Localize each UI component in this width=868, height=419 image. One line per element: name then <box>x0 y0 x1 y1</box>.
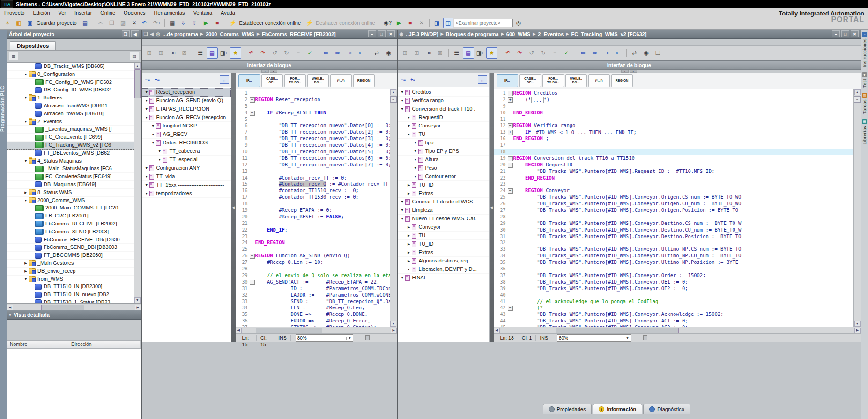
expand-all-regions-icon[interactable]: +≡ <box>409 76 417 83</box>
scroll-right-icon[interactable]: ▶ <box>854 328 861 333</box>
tree-item-db-envio-recep[interactable]: ▶DB_envio_recep <box>7 268 134 276</box>
fold-collapse-icon[interactable]: − <box>507 122 513 129</box>
network-sequence-icon[interactable]: ▤ <box>207 47 218 59</box>
tree-item-db-tt1510-in-nuevo-db2[interactable]: DB_TT1510_IN_nuevo [DB2 <box>7 291 134 299</box>
snippet-while[interactable]: WHILE.. DO... <box>307 74 329 87</box>
region-item-requestid[interactable]: ▼RequestID <box>398 113 489 122</box>
block-interface-bar[interactable]: Interfaz de bloque <box>398 60 861 70</box>
tree-item-eventos-maquinas-wms-f[interactable]: _Eventos_maquinas_WMS [F <box>7 126 134 134</box>
tree-item-fbcomms-receive-dbi-db30[interactable]: FbComms_RECEIVE_DBi [DB30 <box>7 236 134 244</box>
region-item-temporizadores[interactable]: ▼temporizadores <box>142 189 231 198</box>
expanded-arrow-icon[interactable]: ▼ <box>400 97 405 105</box>
scroll-left-icon[interactable]: ◀ <box>236 328 242 333</box>
outline-splitter[interactable]: ◀ <box>490 73 494 342</box>
region-item-generar-tt-desde-el-wcs[interactable]: ▼Generar TT desde el WCS <box>398 198 489 206</box>
expanded-arrow-icon[interactable]: ▼ <box>150 130 156 138</box>
snippet-for[interactable]: FOR... TO DO.. <box>542 74 564 87</box>
breadcrumb-item-2000-comms-wms[interactable]: 2000_Comms_WMS <box>206 31 254 37</box>
tree-item-db-tracks-wms-db605[interactable]: DB_Tracks_WMS [DB605] <box>7 63 134 71</box>
print-icon[interactable]: ▤ <box>80 18 90 28</box>
pin-icon[interactable]: ◎ <box>156 31 160 37</box>
region-item-etapas-recepcion[interactable]: ▼ETAPAS_RECEPCION <box>142 105 231 113</box>
region-item-configuracion-any[interactable]: ▼Configuracion ANY <box>142 164 231 172</box>
menu-herramientas[interactable]: Herramientas <box>150 9 189 16</box>
scroll-down-icon[interactable]: ▼ <box>854 321 861 327</box>
region-item-altura[interactable]: ▼Altura <box>398 156 489 164</box>
update-block-icon[interactable]: ⇄ <box>629 47 640 59</box>
zoom-select[interactable]: 80%▼ <box>557 334 631 342</box>
snippet-case[interactable]: CASE... OF... <box>519 74 541 87</box>
scroll-up-icon[interactable]: ▲ <box>854 89 861 95</box>
region-item-conversion-del-track-tt10[interactable]: ▼Conversion del track TT10 . <box>398 105 489 113</box>
absolute-operands-icon[interactable]: ☰ <box>451 47 462 59</box>
region-item-tipo[interactable]: ▼tipo <box>398 139 489 147</box>
outline-splitter[interactable]: ◀ <box>231 73 236 342</box>
tree-item-db-config-id-wms-db602[interactable]: DB_Config_ID_WMS [DB602 <box>7 86 134 94</box>
minimize-icon[interactable]: – <box>368 30 376 37</box>
slider-handle[interactable] <box>643 335 647 340</box>
insert-network-icon[interactable]: ⊞ <box>144 47 155 59</box>
tab-dispositivos[interactable]: Dispositivos <box>10 41 56 50</box>
delete-row-icon[interactable]: ⊠ <box>179 47 190 59</box>
close-icon[interactable]: ✕ <box>851 30 859 37</box>
expanded-arrow-icon[interactable]: ▼ <box>406 130 412 138</box>
goto-previous-icon[interactable]: ⇐ <box>578 47 589 59</box>
expanded-arrow-icon[interactable]: ▼ <box>23 118 29 126</box>
scl-code-editor[interactable]: 1−REGION Creditos2+ (*...*)910END_REGION… <box>494 89 853 327</box>
expanded-arrow-icon[interactable]: ▼ <box>144 189 149 197</box>
menu-opciones[interactable]: Opciones <box>119 9 149 16</box>
menu-ventana[interactable]: Ventana <box>189 9 216 16</box>
save-project-icon[interactable]: ▣ <box>25 18 35 28</box>
region-item-tu[interactable]: ▶TU <box>398 232 489 240</box>
region-item-conveyor[interactable]: ▼Conveyor <box>398 122 489 130</box>
window-icon[interactable]: ❏ <box>395 47 397 59</box>
tree-item-2000-comms-wms[interactable]: ▼2000_Comms_WMS <box>7 197 134 205</box>
zoom-slider[interactable] <box>635 337 686 339</box>
discard-changes-icon[interactable]: ↷ <box>258 47 269 59</box>
expanded-arrow-icon[interactable]: ▼ <box>406 113 412 121</box>
float-icon[interactable]: ❏ <box>122 30 130 37</box>
collapsed-arrow-icon[interactable]: ▶ <box>406 189 412 197</box>
region-item-tu[interactable]: ▼TU <box>398 130 489 139</box>
start-cpu-icon[interactable]: ▶ <box>201 18 211 28</box>
start-runtime-icon[interactable]: ▶ <box>394 18 404 28</box>
open-project-icon[interactable]: ◧ <box>14 18 24 28</box>
region-item-tu-id[interactable]: ▶TU_ID <box>398 181 489 189</box>
expanded-arrow-icon[interactable]: ▼ <box>23 94 29 102</box>
tree-item-db-tt1510-in-db2300[interactable]: DB_TT1510_IN [DB2300] <box>7 283 134 291</box>
collapsed-arrow-icon[interactable]: ▶ <box>23 189 29 196</box>
outline-toggle-icon[interactable]: ↔ <box>478 75 487 84</box>
scroll-thumb[interactable] <box>41 305 84 310</box>
scroll-thumb[interactable] <box>256 328 322 333</box>
copy-snapshots-icon[interactable]: ↻ <box>538 47 549 59</box>
region-outline-tree[interactable]: ▼Reset_recepcion▼Funcion AG_SEND (envio … <box>142 87 231 342</box>
expanded-arrow-icon[interactable]: ▼ <box>23 71 29 78</box>
reset-start-values-icon[interactable]: ↶ <box>503 47 514 59</box>
favorites-icon[interactable]: ★ <box>230 47 241 59</box>
region-item-datos-recibidos[interactable]: ▼Datos_RECIBIDOS <box>142 139 231 147</box>
close-icon[interactable]: ✕ <box>387 30 395 37</box>
expanded-arrow-icon[interactable]: ▼ <box>406 122 412 130</box>
delete-row-icon[interactable]: ⊠ <box>435 47 446 59</box>
detail-view-list[interactable] <box>7 349 141 419</box>
region-item-tipo-ep-y-eps[interactable]: ▼Tipo EP y EPS <box>398 147 489 156</box>
monitor-icon[interactable]: ◉ <box>641 47 652 59</box>
collapsed-arrow-icon[interactable]: ▶ <box>23 260 29 267</box>
accessible-devices-icon[interactable]: ◉? <box>383 18 393 28</box>
stop-cpu-icon[interactable]: ■ <box>212 18 223 28</box>
details-view-icon[interactable]: ▤ <box>130 52 139 60</box>
slider-handle[interactable] <box>365 335 370 340</box>
inspector-tab-informaci-n[interactable]: iInformación <box>593 404 642 414</box>
scroll-right-icon[interactable]: ▶ <box>135 305 141 310</box>
breadcrumb-item-fc-tracking-wms-v2-fc632[interactable]: FC_Tracking_WMS_v2 [FC632] <box>571 31 647 37</box>
region-item-reset-recepcion[interactable]: ▼Reset_recepcion <box>142 88 231 97</box>
expanded-arrow-icon[interactable]: ▼ <box>413 147 418 155</box>
collapsed-arrow-icon[interactable]: ▶ <box>406 232 412 239</box>
expanded-arrow-icon[interactable]: ▼ <box>413 172 418 180</box>
scroll-left-icon[interactable]: ◀ <box>494 328 500 333</box>
tree-item-1-bufferes[interactable]: ▼1_Bufferes <box>7 94 134 102</box>
code-vscrollbar[interactable]: ▲ ≡ ▼ <box>390 89 397 327</box>
expanded-arrow-icon[interactable]: ▼ <box>144 113 149 121</box>
expanded-arrow-icon[interactable]: ▼ <box>144 97 149 105</box>
insert-empty-box-icon[interactable]: ⊞ <box>411 47 423 59</box>
